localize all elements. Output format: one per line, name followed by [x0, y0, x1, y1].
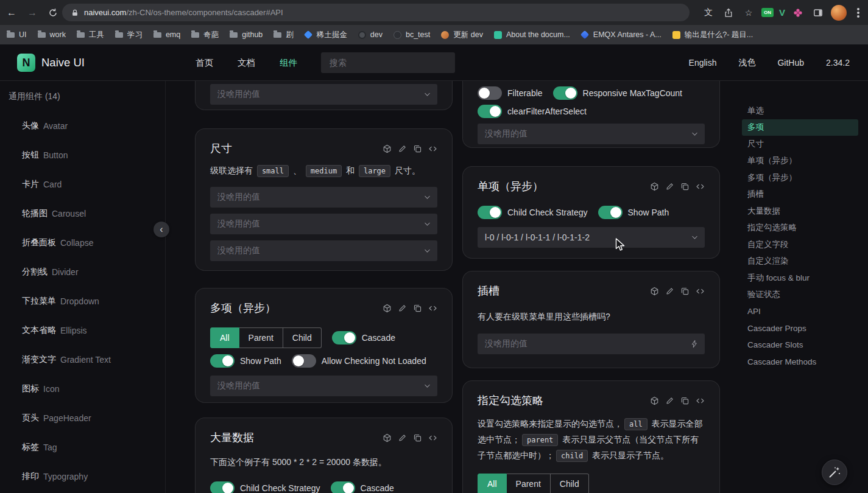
code-icon[interactable]: [428, 304, 437, 313]
sidebar-collapse-button[interactable]: ‹: [153, 222, 169, 237]
nav-docs[interactable]: 文档: [238, 57, 255, 69]
bookmark-emqx[interactable]: EMQX Antares - A...: [580, 30, 662, 39]
sidebar-item-carousel[interactable]: 轮播图Carousel: [0, 199, 165, 228]
bookmark-about-doc[interactable]: About the docum...: [493, 30, 570, 39]
sidebar-item-ellipsis[interactable]: 文本省略Ellipsis: [0, 316, 165, 345]
share-icon[interactable]: [721, 5, 736, 20]
extension-v-icon[interactable]: V: [779, 7, 785, 18]
sidebar-item-dropdown[interactable]: 下拉菜单Dropdown: [0, 287, 165, 316]
sidebar-item-divider[interactable]: 分割线Divider: [0, 257, 165, 287]
toc-item-big-data[interactable]: 大量数据: [742, 203, 858, 220]
side-panel-icon[interactable]: [811, 5, 825, 20]
edit-icon[interactable]: [665, 396, 674, 405]
allow-checking-switch[interactable]: [292, 354, 316, 368]
copy-icon[interactable]: [413, 433, 422, 442]
strategy-parent-button[interactable]: Parent: [507, 474, 551, 493]
strategy-child-button[interactable]: Child: [283, 327, 322, 348]
bookmark-folder-tools[interactable]: 工具: [76, 30, 104, 40]
cascader-select[interactable]: 没啥用的值: [210, 376, 437, 396]
clear-filter-after-select-switch[interactable]: [478, 105, 502, 118]
code-icon[interactable]: [696, 396, 705, 405]
responsive-max-tag-count-switch[interactable]: [553, 86, 577, 100]
toc-item-single-async[interactable]: 单项（异步）: [742, 153, 858, 170]
nav-home[interactable]: 首页: [196, 57, 213, 69]
cascader-select[interactable]: 没啥用的值: [210, 84, 437, 105]
nav-components[interactable]: 组件: [280, 57, 297, 69]
sandbox-icon[interactable]: [383, 433, 392, 442]
sidebar-item-avatar[interactable]: 头像Avatar: [0, 111, 165, 141]
child-check-strategy-switch[interactable]: [210, 481, 235, 493]
bookmark-folder-drama[interactable]: 剧: [273, 30, 294, 40]
toc-item-validation-status[interactable]: 验证状态: [742, 287, 858, 304]
translate-icon[interactable]: 文: [701, 5, 716, 20]
extension-on-icon[interactable]: ON: [761, 8, 774, 17]
back-button[interactable]: ←: [2, 4, 21, 22]
strategy-parent-button[interactable]: Parent: [239, 327, 283, 348]
cascader-select-with-value[interactable]: l-0 / l-0-1 / l-0-1-1 / l-0-1-1-2: [478, 227, 705, 248]
theme-editor-button[interactable]: [822, 460, 847, 485]
bookmark-dev[interactable]: dev: [358, 30, 383, 39]
cascader-select-small[interactable]: 没啥用的值: [210, 187, 437, 208]
toc-item-custom-render[interactable]: 自定义渲染: [742, 253, 858, 270]
show-path-switch[interactable]: [598, 206, 623, 219]
strategy-all-button[interactable]: All: [210, 327, 239, 348]
toc-item-cascader-methods[interactable]: Cascader Methods: [742, 354, 858, 371]
strategy-all-button[interactable]: All: [478, 474, 507, 493]
cascader-select-medium[interactable]: 没啥用的值: [210, 214, 437, 234]
edit-icon[interactable]: [398, 433, 407, 442]
forward-button[interactable]: →: [23, 4, 41, 22]
copy-icon[interactable]: [680, 287, 690, 296]
code-icon[interactable]: [428, 433, 437, 442]
cascader-select-custom-arrow[interactable]: 没啥用的值: [478, 334, 705, 354]
sidebar-item-button[interactable]: 按钮Button: [0, 141, 165, 170]
naive-ui-logo[interactable]: N: [17, 54, 35, 72]
toc-item-check-strategy[interactable]: 指定勾选策略: [742, 220, 858, 237]
sidebar-item-collapse[interactable]: 折叠面板Collapse: [0, 228, 165, 257]
copy-icon[interactable]: [680, 396, 690, 405]
sidebar-item-icon[interactable]: 图标Icon: [0, 374, 165, 404]
copy-icon[interactable]: [413, 304, 422, 313]
bookmark-update-dev[interactable]: 更新 dev: [440, 30, 483, 40]
code-icon[interactable]: [428, 144, 437, 153]
toc-item-api[interactable]: API: [742, 303, 858, 320]
copy-icon[interactable]: [413, 144, 422, 153]
edit-icon[interactable]: [398, 304, 407, 313]
cascade-switch[interactable]: [332, 331, 356, 344]
child-check-strategy-switch[interactable]: [478, 206, 502, 219]
theme-switch[interactable]: 浅色: [738, 57, 755, 68]
toc-item-custom-field[interactable]: 自定义字段: [742, 236, 858, 253]
bookmark-folder-github[interactable]: github: [229, 30, 263, 39]
cascader-select-large[interactable]: 没啥用的值: [210, 240, 437, 261]
bookmark-star-icon[interactable]: ☆: [741, 5, 756, 20]
sidebar-item-gradient-text[interactable]: 渐变文字Gradient Text: [0, 345, 165, 374]
toc-item-cascader-slots[interactable]: Cascader Slots: [742, 337, 858, 354]
copy-icon[interactable]: [680, 182, 690, 191]
bookmark-folder-emq[interactable]: emq: [153, 30, 180, 39]
sidebar-item-card[interactable]: 卡片Card: [0, 170, 165, 199]
bookmark-question[interactable]: 输出是什么?- 题目...: [672, 30, 753, 40]
edit-icon[interactable]: [398, 144, 407, 153]
bookmark-folder-study[interactable]: 学习: [115, 30, 143, 40]
filterable-switch[interactable]: [478, 86, 502, 100]
sandbox-icon[interactable]: [650, 182, 659, 191]
show-path-switch[interactable]: [210, 354, 235, 368]
toc-item-single[interactable]: 单选: [742, 102, 858, 119]
version-select[interactable]: 2.34.2: [826, 58, 850, 68]
bookmark-juejin[interactable]: 稀土掘金: [304, 30, 347, 40]
toc-item-focus-blur[interactable]: 手动 focus & blur: [742, 270, 858, 287]
sidebar-item-pageheader[interactable]: 页头PageHeader: [0, 404, 165, 433]
cascade-switch[interactable]: [331, 481, 355, 493]
edit-icon[interactable]: [665, 287, 674, 296]
profile-avatar[interactable]: [831, 5, 847, 21]
bookmark-folder-ui[interactable]: UI: [6, 30, 27, 39]
toc-item-multiple[interactable]: 多项: [742, 119, 858, 136]
toc-item-size[interactable]: 尺寸: [742, 136, 858, 153]
sidebar-item-tag[interactable]: 标签Tag: [0, 433, 165, 462]
bookmark-bc-test[interactable]: bc_test: [393, 30, 430, 39]
sidebar-item-typography[interactable]: 排印Typography: [0, 462, 165, 491]
toc-item-cascader-props[interactable]: Cascader Props: [742, 320, 858, 337]
browser-menu-icon[interactable]: [857, 12, 859, 14]
code-icon[interactable]: [696, 287, 705, 296]
github-link[interactable]: GitHub: [777, 58, 804, 68]
toc-item-slots[interactable]: 插槽: [742, 186, 858, 203]
